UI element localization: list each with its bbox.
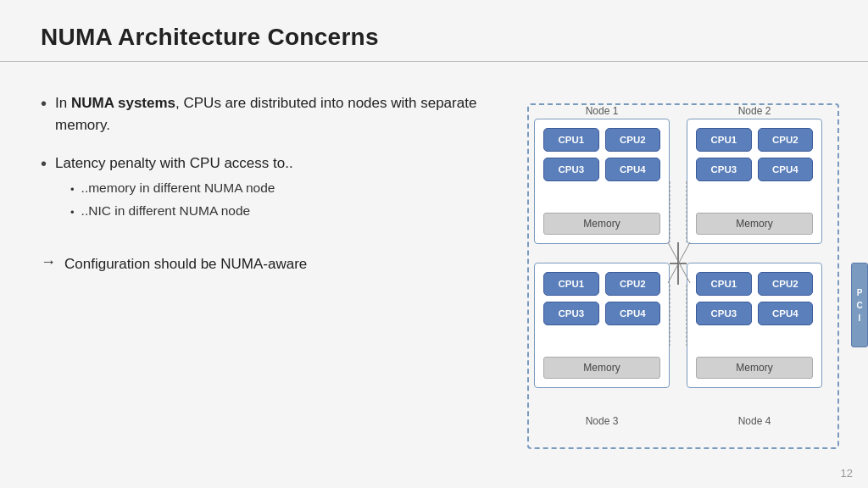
numa-diagram: Node 1 Node 2 Node 3 Node 4 CPU1 CPU2 CP… bbox=[519, 95, 849, 459]
sub-dot-2: • bbox=[70, 204, 75, 221]
right-column: Node 1 Node 2 Node 3 Node 4 CPU1 CPU2 CP… bbox=[519, 86, 849, 469]
node3-memory: Memory bbox=[543, 357, 660, 379]
arrow-line: → Configuration should be NUMA-aware bbox=[41, 253, 498, 275]
left-column: • In NUMA systems, CPUs are distributed … bbox=[41, 86, 498, 469]
slide-body: • In NUMA systems, CPUs are distributed … bbox=[0, 62, 868, 482]
slide-title: NUMA Architecture Concerns bbox=[41, 24, 827, 51]
pci-box: P C I bbox=[851, 263, 868, 347]
node3-box: CPU1 CPU2 CPU3 CPU4 Memory bbox=[534, 263, 670, 388]
slide: NUMA Architecture Concerns • In NUMA sys… bbox=[0, 0, 868, 488]
node1-cpu2: CPU2 bbox=[605, 128, 661, 152]
pci-letter-c: C bbox=[856, 300, 862, 311]
slide-header: NUMA Architecture Concerns bbox=[0, 0, 868, 62]
node4-cpu1: CPU1 bbox=[696, 272, 752, 296]
sub-dot-1: • bbox=[70, 181, 75, 198]
sub-bullet-2: • ..NIC in different NUMA node bbox=[70, 201, 293, 221]
node4-box: CPU1 CPU2 CPU3 CPU4 Memory bbox=[687, 263, 822, 388]
page-number: 12 bbox=[841, 467, 853, 480]
bullet-1: • In NUMA systems, CPUs are distributed … bbox=[41, 92, 498, 137]
sub-bullets: • ..memory in different NUMA node • ..NI… bbox=[70, 178, 293, 220]
node3-cpu2: CPU2 bbox=[605, 272, 661, 296]
bullet-dot-1: • bbox=[41, 94, 47, 114]
node3-cpu3: CPU3 bbox=[543, 302, 599, 325]
node4-cpu-grid: CPU1 CPU2 CPU3 CPU4 bbox=[687, 263, 821, 330]
node1-cpu-grid: CPU1 CPU2 CPU3 CPU4 bbox=[535, 119, 669, 186]
node1-memory: Memory bbox=[543, 213, 660, 235]
node2-cpu-grid: CPU1 CPU2 CPU3 CPU4 bbox=[687, 119, 821, 186]
bullet-2: • Latency penalty with CPU access to.. •… bbox=[41, 152, 498, 223]
sub-bullet-text-2: ..NIC in different NUMA node bbox=[81, 201, 251, 220]
node4-cpu3: CPU3 bbox=[696, 302, 752, 325]
node4-label: Node 4 bbox=[687, 415, 822, 427]
node2-cpu1: CPU1 bbox=[696, 128, 752, 152]
arrow-symbol: → bbox=[41, 253, 56, 271]
pci-letter-i: I bbox=[859, 313, 861, 324]
node2-cpu4: CPU4 bbox=[758, 158, 814, 181]
node1-cpu3: CPU3 bbox=[543, 158, 599, 181]
node1-cpu4: CPU4 bbox=[605, 158, 661, 181]
node1-box: CPU1 CPU2 CPU3 CPU4 Memory bbox=[534, 119, 670, 244]
node2-box: CPU1 CPU2 CPU3 CPU4 Memory bbox=[687, 119, 822, 244]
node2-memory: Memory bbox=[696, 213, 813, 235]
node3-cpu-grid: CPU1 CPU2 CPU3 CPU4 bbox=[535, 263, 669, 330]
bullet-text-2: Latency penalty with CPU access to.. • .… bbox=[55, 152, 293, 223]
arrow-text: Configuration should be NUMA-aware bbox=[64, 253, 307, 275]
node4-memory: Memory bbox=[696, 357, 813, 379]
node2-label: Node 2 bbox=[687, 105, 822, 117]
node4-cpu4: CPU4 bbox=[758, 302, 814, 325]
bullet-dot-2: • bbox=[41, 154, 47, 174]
node2-cpu2: CPU2 bbox=[758, 128, 814, 152]
sub-bullet-1: • ..memory in different NUMA node bbox=[70, 178, 293, 198]
node1-cpu1: CPU1 bbox=[543, 128, 599, 152]
node2-cpu3: CPU3 bbox=[696, 158, 752, 181]
sub-bullet-text-1: ..memory in different NUMA node bbox=[81, 178, 275, 197]
node3-label: Node 3 bbox=[534, 415, 670, 427]
node1-label: Node 1 bbox=[534, 105, 670, 117]
node4-cpu2: CPU2 bbox=[758, 272, 814, 296]
node3-cpu4: CPU4 bbox=[605, 302, 661, 325]
bullet-text-1: In NUMA systems, CPUs are distributed in… bbox=[55, 92, 498, 137]
pci-letter-p: P bbox=[857, 287, 863, 298]
node3-cpu1: CPU1 bbox=[543, 272, 599, 296]
